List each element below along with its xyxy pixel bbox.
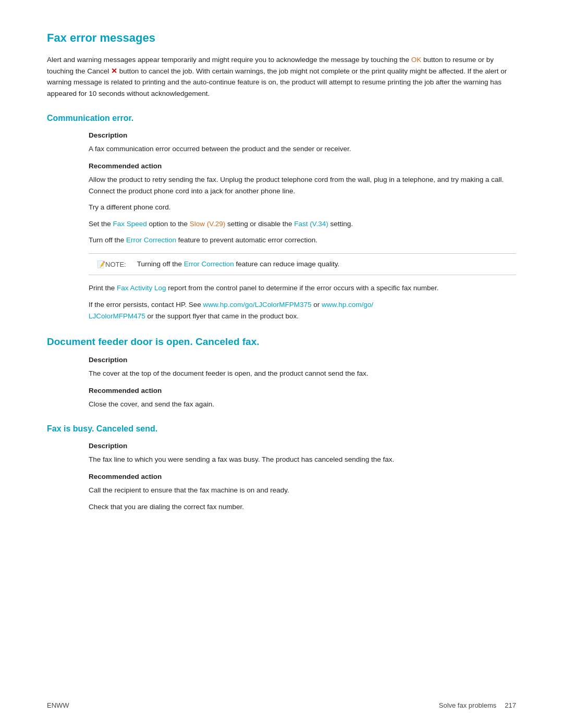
slow-v29-label: Slow (V.29) bbox=[190, 220, 226, 228]
ok-inline-label: OK bbox=[411, 56, 422, 64]
description-label-1: Description bbox=[89, 131, 516, 139]
description-label-2: Description bbox=[89, 356, 516, 364]
recommended-action-label-2: Recommended action bbox=[89, 387, 516, 394]
action-text-2a: Close the cover, and send the fax again. bbox=[89, 399, 516, 410]
action-text-1e: Print the Fax Activity Log report from t… bbox=[89, 282, 516, 294]
note-box-1: 📝NOTE: Turning off the Error Correction … bbox=[89, 253, 516, 276]
action-text-1d: Turn off the Error Correction feature to… bbox=[89, 235, 516, 246]
section-communication-error: Communication error. Description A fax c… bbox=[47, 114, 516, 322]
section-heading-document-feeder: Document feeder door is open. Canceled f… bbox=[47, 336, 516, 348]
section-communication-error-content: Description A fax communication error oc… bbox=[47, 131, 516, 322]
section-document-feeder-content: Description The cover at the top of the … bbox=[47, 356, 516, 410]
note-icon-1: 📝NOTE: bbox=[97, 259, 126, 270]
section-fax-busy: Fax is busy. Canceled send. Description … bbox=[47, 424, 516, 512]
page-title: Fax error messages bbox=[47, 31, 516, 45]
footer-label: Solve fax problems bbox=[439, 701, 497, 709]
section-heading-fax-busy: Fax is busy. Canceled send. bbox=[47, 424, 516, 434]
footer-left: ENWW bbox=[47, 701, 69, 709]
cancel-x-icon: ✕ bbox=[111, 67, 117, 75]
section-document-feeder: Document feeder door is open. Canceled f… bbox=[47, 336, 516, 410]
description-text-2: The cover at the top of the document fee… bbox=[89, 368, 516, 379]
description-text-1: A fax communication error occurred betwe… bbox=[89, 143, 516, 155]
recommended-action-label-3: Recommended action bbox=[89, 473, 516, 480]
error-correction-link-2[interactable]: Error Correction bbox=[184, 260, 234, 268]
description-label-3: Description bbox=[89, 442, 516, 450]
description-text-3: The fax line to which you were sending a… bbox=[89, 454, 516, 465]
error-correction-link-1[interactable]: Error Correction bbox=[126, 236, 176, 244]
section-heading-communication-error: Communication error. bbox=[47, 114, 516, 123]
action-text-1b: Try a different phone cord. bbox=[89, 202, 516, 213]
action-text-1c: Set the Fax Speed option to the Slow (V.… bbox=[89, 218, 516, 230]
hp-link-m375[interactable]: www.hp.com/go/LJColorMFPM375 bbox=[203, 301, 312, 309]
fast-v34-link[interactable]: Fast (V.34) bbox=[294, 220, 328, 228]
recommended-action-label-1: Recommended action bbox=[89, 162, 516, 170]
intro-paragraph: Alert and warning messages appear tempor… bbox=[47, 54, 516, 99]
page-number: 217 bbox=[505, 701, 516, 709]
footer-right: Solve fax problems 217 bbox=[439, 701, 516, 709]
action-text-1a: Allow the product to retry sending the f… bbox=[89, 174, 516, 196]
action-text-3a: Call the recipient to ensure that the fa… bbox=[89, 485, 516, 496]
action-text-3b: Check that you are dialing the correct f… bbox=[89, 501, 516, 513]
action-text-1f: If the error persists, contact HP. See w… bbox=[89, 299, 516, 322]
section-fax-busy-content: Description The fax line to which you we… bbox=[47, 442, 516, 512]
fax-activity-log-link[interactable]: Fax Activity Log bbox=[117, 284, 166, 292]
page-footer: ENWW Solve fax problems 217 bbox=[47, 701, 516, 709]
fax-speed-link[interactable]: Fax Speed bbox=[113, 220, 147, 228]
note-text-1: Turning off the Error Correction feature… bbox=[131, 259, 339, 269]
